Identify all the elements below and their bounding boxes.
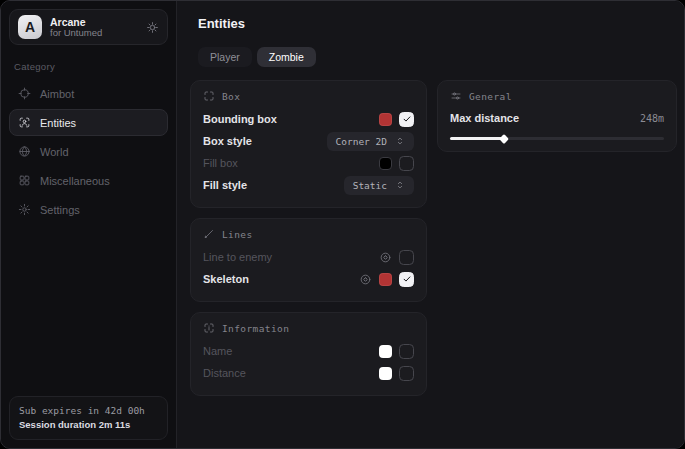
grid-icon xyxy=(18,174,31,187)
fill-box-color-swatch[interactable] xyxy=(379,157,392,170)
chevrons-up-down-icon xyxy=(395,136,405,146)
box-style-value: Corner 2D xyxy=(336,136,387,147)
sidebar-item-label: World xyxy=(40,146,69,158)
slider-thumb[interactable] xyxy=(499,134,509,144)
fill-style-row: Fill style Static xyxy=(203,174,414,196)
sidebar-item-label: Entities xyxy=(40,117,76,129)
gear-icon xyxy=(18,203,31,216)
main-panel: Entities Player Zombie Box Bounding box xyxy=(176,1,685,448)
subscription-card: Sub expires in 42d 00h Session duration … xyxy=(9,396,168,441)
sidebar-item-world[interactable]: World xyxy=(9,138,168,165)
distance-row: Distance xyxy=(203,362,414,384)
app-subtitle: for Untumed xyxy=(50,28,138,39)
skeleton-checkbox[interactable] xyxy=(399,272,414,287)
page-title: Entities xyxy=(198,16,677,31)
bounding-box-row: Bounding box xyxy=(203,108,414,130)
line-to-enemy-label: Line to enemy xyxy=(203,251,272,263)
session-duration-text: Session duration 2m 11s xyxy=(19,418,158,432)
entities-scan-icon xyxy=(18,116,31,129)
sidebar-item-label: Aimbot xyxy=(40,88,74,100)
box-style-dropdown[interactable]: Corner 2D xyxy=(327,132,414,151)
box-style-label: Box style xyxy=(203,135,252,147)
sub-expires-text: Sub expires in 42d 00h xyxy=(19,404,158,418)
sidebar-item-entities[interactable]: Entities xyxy=(9,109,168,136)
lines-card-title: Lines xyxy=(222,229,253,240)
slider-fill xyxy=(450,137,504,140)
box-card: Box Bounding box Box style xyxy=(190,80,427,208)
entity-tabs: Player Zombie xyxy=(198,47,677,67)
bounding-box-label: Bounding box xyxy=(203,113,277,125)
distance-label: Distance xyxy=(203,367,246,379)
max-distance-value: 248m xyxy=(640,113,664,124)
globe-icon xyxy=(18,145,31,158)
arcane-window: A Arcane for Untumed Category Aimbot xyxy=(0,0,685,449)
box-corners-icon xyxy=(203,90,215,102)
line-to-enemy-checkbox[interactable] xyxy=(399,250,414,265)
lines-card: Lines Line to enemy Skeleton xyxy=(190,218,427,302)
max-distance-label: Max distance xyxy=(450,112,519,124)
app-logo: A xyxy=(18,15,42,39)
skeleton-label: Skeleton xyxy=(203,273,249,285)
sidebar-item-miscellaneous[interactable]: Miscellaneous xyxy=(9,167,168,194)
max-distance-slider[interactable] xyxy=(450,137,664,140)
chevrons-up-down-icon xyxy=(395,180,405,190)
name-color-swatch[interactable] xyxy=(379,345,392,358)
fill-style-dropdown[interactable]: Static xyxy=(344,176,414,195)
profile-settings-gear-icon[interactable] xyxy=(146,21,159,34)
information-scan-icon xyxy=(203,322,215,334)
fill-box-label: Fill box xyxy=(203,157,238,169)
general-card: General Max distance 248m xyxy=(437,80,677,152)
app-name: Arcane xyxy=(50,16,138,28)
diagonal-line-icon xyxy=(203,228,215,240)
sidebar: A Arcane for Untumed Category Aimbot xyxy=(1,1,176,448)
sidebar-item-label: Settings xyxy=(40,204,80,216)
bounding-box-checkbox[interactable] xyxy=(399,112,414,127)
sliders-icon xyxy=(450,90,462,102)
skeleton-settings-icon[interactable] xyxy=(359,273,372,286)
line-settings-icon[interactable] xyxy=(379,251,392,264)
distance-checkbox[interactable] xyxy=(399,366,414,381)
line-to-enemy-row: Line to enemy xyxy=(203,246,414,268)
fill-style-label: Fill style xyxy=(203,179,247,191)
name-checkbox[interactable] xyxy=(399,344,414,359)
skeleton-color-swatch[interactable] xyxy=(379,273,392,286)
sidebar-nav: Aimbot Entities World Miscellaneous xyxy=(9,80,168,223)
bounding-box-color-swatch[interactable] xyxy=(379,113,392,126)
fill-style-value: Static xyxy=(353,180,387,191)
box-style-row: Box style Corner 2D xyxy=(203,130,414,152)
skeleton-row: Skeleton xyxy=(203,268,414,290)
distance-color-swatch[interactable] xyxy=(379,367,392,380)
information-card-title: Information xyxy=(222,323,289,334)
general-card-title: General xyxy=(469,91,512,102)
sidebar-item-aimbot[interactable]: Aimbot xyxy=(9,80,168,107)
box-card-title: Box xyxy=(222,91,240,102)
category-label: Category xyxy=(14,61,168,72)
max-distance-row: Max distance 248m xyxy=(450,108,664,128)
fill-box-row: Fill box xyxy=(203,152,414,174)
profile-card[interactable]: A Arcane for Untumed xyxy=(9,9,168,45)
information-card: Information Name Distance xyxy=(190,312,427,396)
fill-box-checkbox[interactable] xyxy=(399,156,414,171)
name-label: Name xyxy=(203,345,232,357)
tab-zombie[interactable]: Zombie xyxy=(257,47,316,67)
crosshair-icon xyxy=(18,87,31,100)
sidebar-item-label: Miscellaneous xyxy=(40,175,110,187)
content-area: Box Bounding box Box style xyxy=(190,80,677,396)
profile-text: Arcane for Untumed xyxy=(50,16,138,39)
name-row: Name xyxy=(203,340,414,362)
sidebar-item-settings[interactable]: Settings xyxy=(9,196,168,223)
tab-player[interactable]: Player xyxy=(198,47,252,67)
